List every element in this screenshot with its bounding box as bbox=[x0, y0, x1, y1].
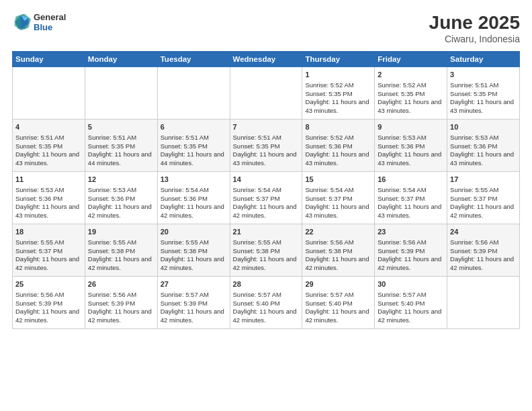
sunrise-text: Sunrise: 5:51 AM bbox=[161, 134, 209, 141]
col-thursday: Thursday bbox=[302, 52, 375, 67]
sunset-text: Sunset: 5:37 PM bbox=[450, 195, 497, 202]
sunrise-text: Sunrise: 5:55 AM bbox=[15, 238, 64, 246]
daylight-text: Daylight: 11 hours and 42 minutes. bbox=[450, 203, 514, 219]
daylight-text: Daylight: 11 hours and 43 minutes. bbox=[378, 203, 441, 219]
empty-cell bbox=[85, 67, 157, 120]
day-cell: 27 Sunrise: 5:57 AM Sunset: 5:39 PM Dayl… bbox=[157, 277, 230, 329]
sunrise-text: Sunrise: 5:51 AM bbox=[15, 134, 64, 141]
daylight-text: Daylight: 11 hours and 43 minutes. bbox=[305, 98, 369, 114]
daylight-text: Daylight: 11 hours and 42 minutes. bbox=[233, 203, 297, 219]
day-cell: 3 Sunrise: 5:51 AM Sunset: 5:35 PM Dayli… bbox=[447, 67, 520, 120]
daylight-text: Daylight: 11 hours and 43 minutes. bbox=[305, 150, 369, 167]
sunset-text: Sunset: 5:35 PM bbox=[233, 142, 280, 150]
day-cell: 18 Sunrise: 5:55 AM Sunset: 5:37 PM Dayl… bbox=[13, 224, 85, 277]
sunset-text: Sunset: 5:36 PM bbox=[15, 195, 62, 202]
daylight-text: Daylight: 11 hours and 42 minutes. bbox=[161, 255, 224, 271]
day-cell: 26 Sunrise: 5:56 AM Sunset: 5:39 PM Dayl… bbox=[85, 277, 157, 329]
day-cell: 10 Sunrise: 5:53 AM Sunset: 5:36 PM Dayl… bbox=[447, 120, 520, 172]
logo: General Blue bbox=[12, 12, 66, 32]
sunset-text: Sunset: 5:38 PM bbox=[233, 247, 280, 255]
empty-cell bbox=[157, 67, 230, 120]
day-number: 17 bbox=[450, 175, 517, 185]
empty-cell bbox=[230, 67, 302, 120]
col-sunday: Sunday bbox=[13, 52, 85, 67]
sunset-text: Sunset: 5:39 PM bbox=[15, 300, 62, 307]
day-number: 16 bbox=[378, 175, 444, 185]
sunrise-text: Sunrise: 5:52 AM bbox=[305, 81, 353, 89]
daylight-text: Daylight: 11 hours and 42 minutes. bbox=[450, 255, 514, 271]
daylight-text: Daylight: 11 hours and 42 minutes. bbox=[305, 308, 369, 324]
sunrise-text: Sunrise: 5:57 AM bbox=[378, 291, 426, 298]
daylight-text: Daylight: 11 hours and 42 minutes. bbox=[305, 255, 369, 271]
daylight-text: Daylight: 11 hours and 43 minutes. bbox=[233, 150, 297, 167]
day-number: 25 bbox=[15, 279, 82, 289]
sunrise-text: Sunrise: 5:55 AM bbox=[450, 186, 498, 193]
sunrise-text: Sunrise: 5:55 AM bbox=[88, 238, 136, 246]
day-number: 4 bbox=[15, 122, 82, 132]
day-cell: 7 Sunrise: 5:51 AM Sunset: 5:35 PM Dayli… bbox=[230, 120, 302, 172]
sunrise-text: Sunrise: 5:55 AM bbox=[233, 238, 281, 246]
daylight-text: Daylight: 11 hours and 43 minutes. bbox=[305, 203, 369, 219]
sunrise-text: Sunrise: 5:52 AM bbox=[305, 134, 353, 141]
day-cell: 14 Sunrise: 5:54 AM Sunset: 5:37 PM Dayl… bbox=[230, 172, 302, 224]
sunrise-text: Sunrise: 5:54 AM bbox=[233, 186, 281, 193]
sunset-text: Sunset: 5:36 PM bbox=[378, 142, 425, 150]
day-cell: 20 Sunrise: 5:55 AM Sunset: 5:38 PM Dayl… bbox=[157, 224, 230, 277]
sunrise-text: Sunrise: 5:53 AM bbox=[378, 134, 426, 141]
day-number: 6 bbox=[161, 122, 227, 132]
sunset-text: Sunset: 5:35 PM bbox=[378, 90, 425, 97]
day-number: 1 bbox=[305, 70, 371, 80]
day-cell: 13 Sunrise: 5:54 AM Sunset: 5:36 PM Dayl… bbox=[157, 172, 230, 224]
day-number: 23 bbox=[378, 227, 444, 237]
logo-line1: General bbox=[34, 12, 66, 22]
day-number: 28 bbox=[233, 279, 300, 289]
sunset-text: Sunset: 5:35 PM bbox=[88, 142, 135, 150]
day-number: 26 bbox=[88, 279, 154, 289]
sunset-text: Sunset: 5:36 PM bbox=[88, 195, 135, 202]
day-number: 10 bbox=[450, 122, 517, 132]
daylight-text: Daylight: 11 hours and 43 minutes. bbox=[378, 98, 441, 114]
day-number: 15 bbox=[305, 175, 371, 185]
col-friday: Friday bbox=[375, 52, 447, 67]
sunset-text: Sunset: 5:40 PM bbox=[378, 300, 425, 307]
day-number: 9 bbox=[378, 122, 444, 132]
logo-line2: Blue bbox=[34, 22, 66, 32]
daylight-text: Daylight: 11 hours and 43 minutes. bbox=[15, 203, 79, 219]
week-row-4: 18 Sunrise: 5:55 AM Sunset: 5:37 PM Dayl… bbox=[13, 224, 520, 277]
day-number: 27 bbox=[161, 279, 227, 289]
sunset-text: Sunset: 5:39 PM bbox=[450, 247, 497, 255]
daylight-text: Daylight: 11 hours and 43 minutes. bbox=[450, 98, 514, 114]
day-number: 13 bbox=[161, 175, 227, 185]
daylight-text: Daylight: 11 hours and 42 minutes. bbox=[378, 308, 441, 324]
sunset-text: Sunset: 5:36 PM bbox=[305, 142, 352, 150]
sunset-text: Sunset: 5:35 PM bbox=[15, 142, 62, 150]
day-number: 18 bbox=[15, 227, 82, 237]
day-number: 30 bbox=[378, 279, 444, 289]
daylight-text: Daylight: 11 hours and 42 minutes. bbox=[161, 203, 224, 219]
sunset-text: Sunset: 5:38 PM bbox=[161, 247, 208, 255]
empty-cell bbox=[447, 277, 520, 329]
daylight-text: Daylight: 11 hours and 44 minutes. bbox=[161, 150, 224, 167]
daylight-text: Daylight: 11 hours and 42 minutes. bbox=[15, 255, 79, 271]
col-tuesday: Tuesday bbox=[157, 52, 230, 67]
sunset-text: Sunset: 5:38 PM bbox=[305, 247, 352, 255]
day-cell: 25 Sunrise: 5:56 AM Sunset: 5:39 PM Dayl… bbox=[13, 277, 85, 329]
day-cell: 22 Sunrise: 5:56 AM Sunset: 5:38 PM Dayl… bbox=[302, 224, 375, 277]
day-number: 5 bbox=[88, 122, 154, 132]
sunset-text: Sunset: 5:37 PM bbox=[305, 195, 352, 202]
day-cell: 24 Sunrise: 5:56 AM Sunset: 5:39 PM Dayl… bbox=[447, 224, 520, 277]
sunset-text: Sunset: 5:35 PM bbox=[161, 142, 208, 150]
sunrise-text: Sunrise: 5:56 AM bbox=[88, 291, 136, 298]
day-cell: 28 Sunrise: 5:57 AM Sunset: 5:40 PM Dayl… bbox=[230, 277, 302, 329]
sunrise-text: Sunrise: 5:52 AM bbox=[378, 81, 426, 89]
day-cell: 6 Sunrise: 5:51 AM Sunset: 5:35 PM Dayli… bbox=[157, 120, 230, 172]
sunrise-text: Sunrise: 5:56 AM bbox=[378, 238, 426, 246]
calendar-table: Sunday Monday Tuesday Wednesday Thursday… bbox=[12, 51, 520, 329]
day-cell: 30 Sunrise: 5:57 AM Sunset: 5:40 PM Dayl… bbox=[375, 277, 447, 329]
sunset-text: Sunset: 5:39 PM bbox=[161, 300, 208, 307]
header-row: Sunday Monday Tuesday Wednesday Thursday… bbox=[13, 52, 520, 67]
sunset-text: Sunset: 5:37 PM bbox=[378, 195, 425, 202]
logo-icon bbox=[12, 13, 31, 32]
day-number: 21 bbox=[233, 227, 300, 237]
day-cell: 5 Sunrise: 5:51 AM Sunset: 5:35 PM Dayli… bbox=[85, 120, 157, 172]
